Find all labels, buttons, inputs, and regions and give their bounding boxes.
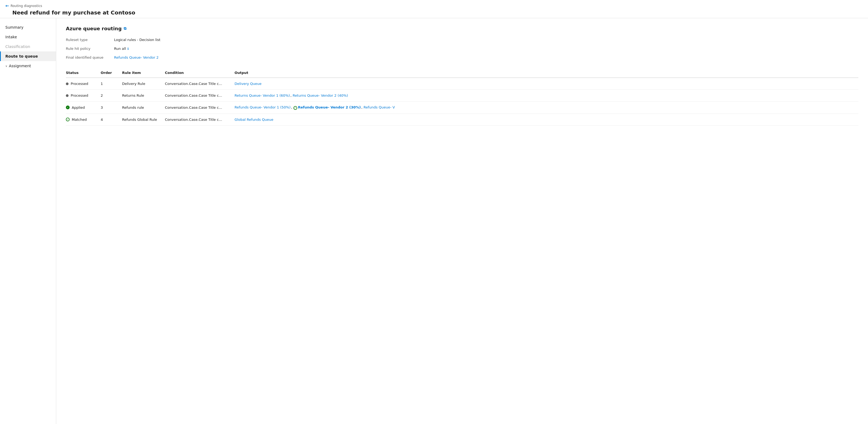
final-queue-value[interactable]: Refunds Queue- Vendor 2 xyxy=(114,54,858,61)
status-text: Applied xyxy=(72,105,85,110)
output-link[interactable]: Delivery Queue xyxy=(235,82,261,86)
page-title: Need refund for my purchase at Contoso xyxy=(12,9,863,16)
sidebar-item-classification: Classification xyxy=(0,42,56,52)
sidebar-item-label: Intake xyxy=(5,35,17,39)
sidebar-item-summary[interactable]: Summary xyxy=(0,23,56,32)
back-button[interactable]: ← xyxy=(5,3,9,8)
sidebar-item-intake[interactable]: Intake xyxy=(0,32,56,42)
order-cell: 1 xyxy=(101,78,122,90)
col-header-output: Output xyxy=(235,68,858,78)
condition-cell: Conversation.Case.Case Title c... xyxy=(165,90,235,101)
ruleset-type-label: Ruleset type xyxy=(66,37,114,43)
output-link[interactable]: Refunds Queue- Vendor 1 (50%) xyxy=(235,105,290,109)
condition-cell: Conversation.Case.Case Title c... xyxy=(165,78,235,90)
rules-table: Status Order Rule item Condition Output … xyxy=(66,68,858,126)
final-queue-label: Final identified queue xyxy=(66,54,114,61)
app-container: ← Routing diagnostics Need refund for my… xyxy=(0,0,868,424)
section-title-text: Azure queue routing xyxy=(66,26,122,31)
table-row: ✓Applied3Refunds ruleConversation.Case.C… xyxy=(66,101,858,114)
info-icon[interactable]: ℹ xyxy=(127,47,129,51)
status-check-outline-icon: ✓ xyxy=(66,118,70,121)
col-header-rule: Rule item xyxy=(122,68,165,78)
sidebar-item-route-to-queue[interactable]: Route to queue xyxy=(0,52,56,61)
sidebar-item-label: Classification xyxy=(5,44,30,49)
rule-item-cell: Delivery Rule xyxy=(122,78,165,90)
external-link-icon[interactable]: ⧉ xyxy=(124,26,126,31)
sidebar-item-label: Route to queue xyxy=(5,54,38,58)
breadcrumb: ← Routing diagnostics xyxy=(5,3,863,8)
col-header-order: Order xyxy=(101,68,122,78)
output-cell: Refunds Queue- Vendor 1 (50%), ✓Refunds … xyxy=(235,101,858,114)
status-cell: ✓Applied xyxy=(66,101,101,114)
order-cell: 3 xyxy=(101,101,122,114)
rule-item-cell: Refunds Global Rule xyxy=(122,114,165,125)
status-cell: Processed xyxy=(66,90,101,101)
sidebar-item-label: Summary xyxy=(5,25,24,29)
order-cell: 2 xyxy=(101,90,122,101)
condition-cell: Conversation.Case.Case Title c... xyxy=(165,114,235,125)
col-header-condition: Condition xyxy=(165,68,235,78)
rule-item-cell: Refunds rule xyxy=(122,101,165,114)
output-link[interactable]: Refunds Queue- V xyxy=(364,105,395,109)
status-text: Processed xyxy=(71,82,88,86)
rule-hit-policy-text: Run all xyxy=(114,47,126,51)
content-area: Azure queue routing ⧉ Ruleset type Logic… xyxy=(56,18,868,424)
output-link[interactable]: Returns Queue- Vendor 2 (40%) xyxy=(292,93,348,97)
output-link[interactable]: Refunds Queue- Vendor 2 (30%) xyxy=(298,105,361,109)
output-link[interactable]: Returns Queue- Vendor 1 (60%) xyxy=(235,93,290,97)
breadcrumb-text: Routing diagnostics xyxy=(10,4,42,8)
output-cell: Global Refunds Queue xyxy=(235,114,858,125)
output-link[interactable]: Global Refunds Queue xyxy=(235,118,273,122)
condition-cell: Conversation.Case.Case Title c... xyxy=(165,101,235,114)
section-title: Azure queue routing ⧉ xyxy=(66,26,858,31)
status-text: Matched xyxy=(72,118,87,122)
table-row: ✓Matched4Refunds Global RuleConversation… xyxy=(66,114,858,125)
header: ← Routing diagnostics Need refund for my… xyxy=(0,0,868,18)
chevron-down-icon: ∨ xyxy=(5,65,7,67)
sidebar-item-assignment[interactable]: ∨ Assignment xyxy=(0,61,56,71)
rule-hit-policy-value: Run all ℹ xyxy=(114,46,858,52)
status-dot-icon xyxy=(66,94,68,97)
table-row: Processed1Delivery RuleConversation.Case… xyxy=(66,78,858,90)
rule-item-cell: Returns Rule xyxy=(122,90,165,101)
status-text: Processed xyxy=(71,93,88,97)
output-check-icon: ✓ xyxy=(293,106,297,110)
ruleset-type-value: Logical rules - Decision list xyxy=(114,37,858,43)
rule-hit-policy-label: Rule hit policy xyxy=(66,46,114,52)
status-check-filled-icon: ✓ xyxy=(66,105,70,109)
status-cell: ✓Matched xyxy=(66,114,101,125)
output-cell: Returns Queue- Vendor 1 (60%), Returns Q… xyxy=(235,90,858,101)
output-cell: Delivery Queue xyxy=(235,78,858,90)
sidebar: Summary Intake Classification Route to q… xyxy=(0,18,56,424)
col-header-status: Status xyxy=(66,68,101,78)
status-dot-icon xyxy=(66,83,68,85)
order-cell: 4 xyxy=(101,114,122,125)
main-layout: Summary Intake Classification Route to q… xyxy=(0,18,868,424)
info-grid: Ruleset type Logical rules - Decision li… xyxy=(66,37,858,61)
sidebar-item-label: Assignment xyxy=(9,64,31,68)
status-cell: Processed xyxy=(66,78,101,90)
table-row: Processed2Returns RuleConversation.Case.… xyxy=(66,90,858,101)
